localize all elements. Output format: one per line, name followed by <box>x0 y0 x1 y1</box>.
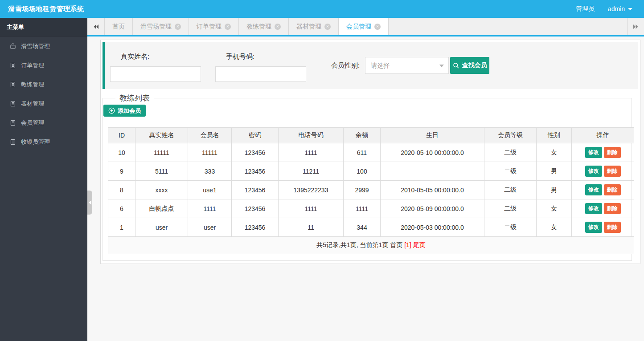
cell-password: 123456 <box>232 199 279 218</box>
cell-phone: 1111 <box>279 143 344 162</box>
sidebar-item-label: 订单管理 <box>21 61 44 69</box>
sidebar-collapse-handle[interactable] <box>87 191 92 215</box>
table-row: 10 11111 11111 123456 1111 611 2020-05-1… <box>108 143 634 162</box>
cell-gender: 女 <box>537 199 572 218</box>
close-icon[interactable] <box>324 24 331 30</box>
sidebar-item-ski-field[interactable]: 滑雪场管理 <box>0 37 87 56</box>
col-header-id: ID <box>108 128 135 143</box>
cell-id: 1 <box>108 218 135 237</box>
topbar: 滑雪场场地租赁管理系统 管理员 admin <box>0 0 644 18</box>
tab-equipment-management[interactable]: 器材管理 <box>289 18 339 35</box>
edit-button[interactable]: 修改 <box>585 222 602 233</box>
cell-member-name: use1 <box>188 181 232 199</box>
table-row: 9 5111 333 123456 11211 100 二级 男 修改删除 <box>108 162 634 181</box>
cell-level: 二级 <box>484 218 537 237</box>
tab-home[interactable]: 首页 <box>105 18 133 35</box>
search-member-button[interactable]: 查找会员 <box>450 57 489 74</box>
sidebar-item-label: 收银员管理 <box>21 138 50 146</box>
sidebar-item-cashiers[interactable]: 收银员管理 <box>0 132 87 151</box>
tab-label: 会员管理 <box>346 23 371 31</box>
pagination: 共5记录,共1页, 当前第1页 首页 [1] 尾页 <box>108 237 634 254</box>
cell-member-name: 11111 <box>188 143 232 162</box>
pagination-first-link[interactable]: 首页 <box>390 241 402 248</box>
close-icon[interactable] <box>175 24 181 30</box>
pagination-current-page[interactable]: [1] <box>404 241 411 248</box>
sidebar-item-orders[interactable]: 订单管理 <box>0 56 87 75</box>
delete-button[interactable]: 删除 <box>604 147 621 158</box>
phone-input[interactable] <box>215 66 306 82</box>
table-row: 8 xxxx use1 123456 1395222233 2999 2010-… <box>108 181 634 199</box>
cell-real-name: 白帆点点 <box>135 199 188 218</box>
cell-balance: 2999 <box>344 181 381 199</box>
cell-id: 8 <box>108 181 135 199</box>
cell-birthday: 2020-05-03 00:00:00.0 <box>381 218 484 237</box>
col-header-real-name: 真实姓名 <box>135 128 188 143</box>
gender-select[interactable]: 请选择 <box>365 57 449 74</box>
page-title: 滑雪场场地租赁管理系统 <box>8 5 84 13</box>
cell-balance: 344 <box>344 218 381 237</box>
cell-phone: 1395222233 <box>279 181 344 199</box>
double-left-arrow-icon <box>93 24 99 29</box>
delete-button[interactable]: 删除 <box>604 203 621 214</box>
delete-button[interactable]: 删除 <box>604 184 621 195</box>
close-icon[interactable] <box>225 24 231 30</box>
delete-button[interactable]: 删除 <box>604 166 621 177</box>
cell-actions: 修改删除 <box>572 162 634 181</box>
edit-button[interactable]: 修改 <box>585 203 602 214</box>
cell-gender: 女 <box>537 143 572 162</box>
cell-level: 二级 <box>484 143 537 162</box>
cell-password: 123456 <box>232 162 279 181</box>
cell-real-name: user <box>135 218 188 237</box>
double-right-arrow-icon <box>633 24 639 29</box>
tab-label: 订单管理 <box>197 23 222 31</box>
col-header-balance: 余额 <box>344 128 381 143</box>
tabs-scroll-right-button[interactable] <box>627 18 644 35</box>
sidebar-item-label: 器材管理 <box>21 100 44 108</box>
close-icon[interactable] <box>275 24 281 30</box>
file-icon <box>10 81 16 88</box>
sidebar-header: 主菜单 <box>0 18 87 37</box>
list-legend: 教练列表 <box>115 93 154 103</box>
tab-order-management[interactable]: 订单管理 <box>189 18 239 35</box>
edit-button[interactable]: 修改 <box>585 147 602 158</box>
pagination-last-link[interactable]: 尾页 <box>413 241 426 248</box>
real-name-input[interactable] <box>110 66 201 82</box>
cell-actions: 修改删除 <box>572 181 634 199</box>
tab-ski-field-management[interactable]: 滑雪场管理 <box>133 18 189 35</box>
col-header-actions: 操作 <box>572 128 634 143</box>
cell-member-name: user <box>188 218 232 237</box>
cell-gender: 女 <box>537 218 572 237</box>
cell-actions: 修改删除 <box>572 218 634 237</box>
left-triangle-icon <box>89 200 91 205</box>
close-icon[interactable] <box>374 24 381 30</box>
cell-password: 123456 <box>232 143 279 162</box>
role-link[interactable]: 管理员 <box>576 5 595 13</box>
cell-password: 123456 <box>232 181 279 199</box>
file-icon <box>10 139 16 145</box>
search-form: 真实姓名: 手机号码: 会员性别: 请选择 查找会员 <box>103 42 638 89</box>
sidebar-item-members[interactable]: 会员管理 <box>0 113 87 132</box>
delete-button[interactable]: 删除 <box>604 222 621 233</box>
add-member-button[interactable]: 添加会员 <box>103 105 146 117</box>
phone-field-group: 手机号码: <box>215 53 306 82</box>
cell-birthday <box>381 162 484 181</box>
user-menu[interactable]: admin <box>608 5 632 12</box>
plus-circle-icon <box>108 107 115 114</box>
tabs-scroll-left-button[interactable] <box>87 18 105 35</box>
tab-member-management[interactable]: 会员管理 <box>339 18 389 35</box>
col-header-phone: 电话号码 <box>279 128 344 143</box>
sidebar-item-coaches[interactable]: 教练管理 <box>0 75 87 94</box>
cell-balance: 611 <box>344 143 381 162</box>
tab-coach-management[interactable]: 教练管理 <box>239 18 289 35</box>
gender-select-value: 请选择 <box>365 57 448 73</box>
cell-phone: 11 <box>279 218 344 237</box>
cell-birthday: 2010-05-05 00:00:00.0 <box>381 181 484 199</box>
search-member-button-label: 查找会员 <box>462 61 487 69</box>
sidebar-item-equipment[interactable]: 器材管理 <box>0 94 87 113</box>
cell-gender: 男 <box>537 162 572 181</box>
member-list-section: 教练列表 添加会员 ID 真实姓名 <box>103 98 632 261</box>
edit-button[interactable]: 修改 <box>585 166 602 177</box>
cell-id: 9 <box>108 162 135 181</box>
cell-gender: 男 <box>537 181 572 199</box>
edit-button[interactable]: 修改 <box>585 184 602 195</box>
